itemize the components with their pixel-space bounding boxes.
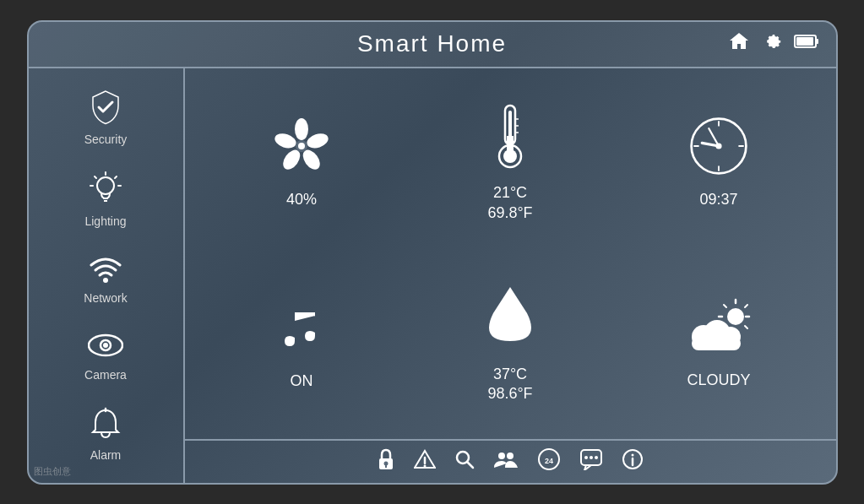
lighting-label: Lighting — [84, 214, 126, 228]
cloud-sun-icon — [685, 298, 753, 366]
battery-icon[interactable] — [794, 33, 819, 55]
camera-label: Camera — [84, 368, 127, 382]
svg-line-47 — [745, 305, 747, 307]
sidebar-item-security[interactable]: Security — [84, 89, 128, 146]
humidity-label: 37°C 98.6°F — [487, 365, 532, 404]
sidebar-item-camera[interactable]: Camera — [84, 330, 127, 382]
svg-line-46 — [745, 326, 747, 328]
alarm-label: Alarm — [90, 448, 122, 462]
svg-point-23 — [298, 143, 305, 149]
security-icon — [90, 89, 122, 129]
search-icon[interactable] — [454, 449, 475, 474]
info-icon[interactable] — [622, 448, 644, 475]
sidebar-item-alarm[interactable]: Alarm — [90, 407, 122, 462]
24h-icon[interactable]: 24 — [537, 447, 561, 476]
home-icon[interactable] — [728, 31, 750, 57]
camera-icon — [88, 330, 123, 365]
svg-point-21 — [273, 131, 298, 150]
header: Smart Home — [29, 22, 836, 68]
svg-rect-28 — [507, 136, 514, 158]
temperature-widget[interactable]: 21°C 69.8°F — [410, 77, 611, 250]
svg-point-60 — [498, 453, 505, 459]
svg-rect-2 — [796, 37, 813, 46]
svg-point-67 — [595, 456, 598, 459]
clock-label: 09:37 — [699, 190, 737, 209]
svg-point-69 — [632, 453, 634, 456]
sidebar-item-lighting[interactable]: Lighting — [84, 171, 126, 228]
lighting-icon — [90, 171, 122, 211]
svg-line-7 — [95, 176, 96, 178]
warning-icon[interactable] — [414, 449, 436, 474]
settings-icon[interactable] — [762, 31, 782, 57]
chat-icon[interactable] — [579, 448, 603, 475]
network-icon — [90, 253, 122, 288]
svg-point-61 — [507, 453, 514, 459]
music-icon — [271, 297, 332, 366]
main-content: 40% — [185, 68, 836, 483]
lock-icon[interactable] — [377, 448, 395, 475]
svg-point-3 — [97, 177, 114, 194]
temperature-label: 21°C 69.8°F — [487, 183, 532, 223]
fan-label: 40% — [286, 190, 317, 209]
people-icon[interactable] — [493, 449, 519, 474]
network-label: Network — [84, 291, 127, 305]
svg-point-14 — [103, 343, 108, 348]
svg-point-18 — [305, 131, 330, 150]
sidebar-item-network[interactable]: Network — [84, 253, 127, 305]
svg-point-57 — [424, 464, 427, 467]
svg-line-59 — [467, 462, 473, 468]
svg-rect-52 — [692, 337, 741, 350]
drop-icon — [485, 284, 535, 360]
music-label: ON — [291, 371, 313, 391]
svg-point-11 — [103, 278, 108, 283]
alarm-icon — [90, 407, 121, 445]
fan-icon — [271, 116, 332, 185]
clock-widget[interactable]: 09:37 — [619, 77, 819, 250]
music-widget[interactable]: ON — [202, 257, 402, 431]
app-title: Smart Home — [357, 30, 507, 57]
weather-label: CLOUDY — [687, 371, 750, 390]
svg-point-17 — [295, 118, 308, 140]
bottom-bar: 24 — [185, 439, 836, 483]
security-label: Security — [84, 133, 128, 146]
widgets-area: 40% — [185, 68, 836, 439]
svg-point-65 — [584, 456, 588, 459]
clock-icon — [688, 116, 749, 185]
svg-point-54 — [384, 461, 389, 465]
sidebar: Security — [29, 68, 185, 483]
svg-text:24: 24 — [545, 457, 553, 465]
header-icons — [728, 31, 819, 57]
svg-point-66 — [590, 456, 593, 459]
svg-rect-1 — [816, 39, 818, 44]
svg-line-45 — [724, 305, 726, 307]
svg-line-8 — [115, 176, 117, 178]
humidity-widget[interactable]: 37°C 98.6°F — [410, 257, 611, 431]
body: Security — [29, 68, 836, 483]
svg-point-40 — [727, 308, 744, 325]
fan-widget[interactable]: 40% — [202, 77, 402, 250]
app-frame: Smart Home — [27, 20, 838, 485]
thermometer-icon — [488, 102, 532, 178]
weather-widget[interactable]: CLOUDY — [619, 257, 819, 431]
svg-point-39 — [715, 143, 721, 149]
